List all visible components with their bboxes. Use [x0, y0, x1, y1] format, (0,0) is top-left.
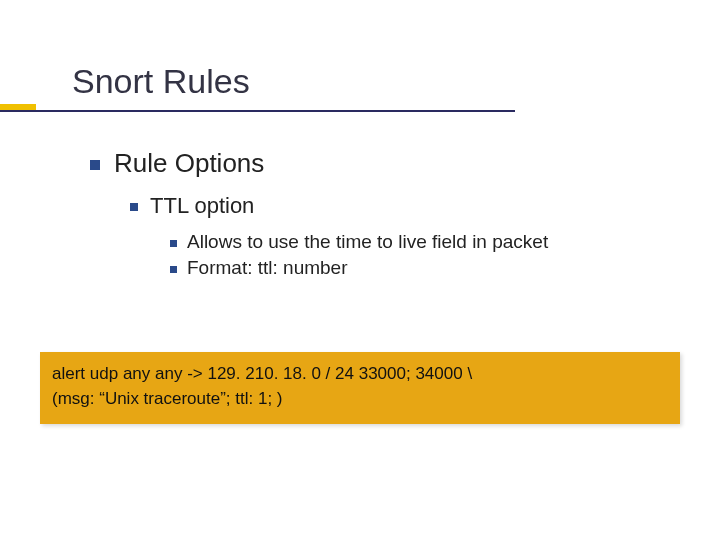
square-bullet-icon	[170, 240, 177, 247]
slide: Snort Rules Rule Options TTL option Allo…	[0, 0, 720, 540]
bullet-text: Allows to use the time to live field in …	[187, 231, 548, 253]
bullet-text: Format: ttl: number	[187, 257, 348, 279]
slide-title: Snort Rules	[72, 62, 250, 101]
content-area: Rule Options TTL option Allows to use th…	[90, 148, 680, 283]
list-item: Format: ttl: number	[170, 257, 680, 279]
square-bullet-icon	[90, 160, 100, 170]
list-item: Allows to use the time to live field in …	[170, 231, 680, 253]
title-underline	[0, 110, 515, 112]
code-line: (msg: “Unix traceroute”; ttl: 1; )	[52, 387, 668, 412]
code-example-box: alert udp any any -> 129. 210. 18. 0 / 2…	[40, 352, 680, 424]
list-item: TTL option	[130, 193, 680, 219]
code-line: alert udp any any -> 129. 210. 18. 0 / 2…	[52, 362, 668, 387]
bullet-text: TTL option	[150, 193, 254, 219]
square-bullet-icon	[130, 203, 138, 211]
list-item: Rule Options	[90, 148, 680, 179]
square-bullet-icon	[170, 266, 177, 273]
bullet-text: Rule Options	[114, 148, 264, 179]
